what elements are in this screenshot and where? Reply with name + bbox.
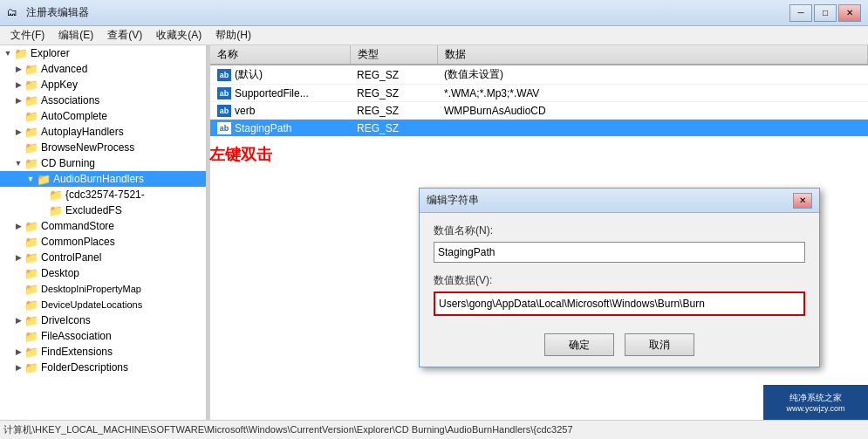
table-row[interactable]: abverb REG_SZ WMPBurnAsAudioCD [210,102,868,120]
menu-file[interactable]: 文件(F) [3,26,51,45]
tree-item-autoplayhandlers[interactable]: ▶ 📁 AutoplayHandlers [0,124,206,140]
expand-icon: ▼ [3,49,12,58]
menu-edit[interactable]: 编辑(E) [51,26,100,45]
expand-placeholder [14,143,23,152]
menu-favorites[interactable]: 收藏夹(A) [149,26,208,45]
menu-view[interactable]: 查看(V) [100,26,149,45]
tree-item-browsenewprocess[interactable]: 📁 BrowseNewProcess [0,140,206,155]
tree-item-advanced[interactable]: ▶ 📁 Advanced [0,61,206,77]
tree-label: {cdc32574-7521- [65,189,145,201]
expand-icon: ▼ [26,175,35,183]
col-header-data: 数据 [437,45,868,65]
menu-help[interactable]: 帮助(H) [208,26,258,45]
tree-item-cdburning[interactable]: ▼ 📁 CD Burning [0,155,206,171]
restore-button[interactable]: □ [814,4,837,22]
tree-item-appkey[interactable]: ▶ 📁 AppKey [0,77,206,93]
expand-placeholder [14,285,23,293]
tree-item-autocomplete[interactable]: 📁 AutoComplete [0,108,206,124]
tree-label: DesktopIniPropertyMap [41,284,141,294]
tree-label: FindExtensions [41,346,113,358]
tree-item-desktopinipropertymap[interactable]: 📁 DesktopIniPropertyMap [0,281,206,297]
tree-item-cdc32574[interactable]: 📁 {cdc32574-7521- [0,187,206,202]
tree-item-associations[interactable]: ▶ 📁 Associations [0,93,206,108]
folder-icon: 📁 [24,126,38,138]
tree-item-fileassociation[interactable]: 📁 FileAssociation [0,328,206,344]
tree-item-folderdescriptions[interactable]: ▶ 📁 FolderDescriptions [0,360,206,375]
dialog-ok-button[interactable]: 确定 [544,333,614,356]
expand-icon: ▶ [14,80,23,89]
tree-item-commandstore[interactable]: ▶ 📁 CommandStore [0,218,206,234]
dialog-cancel-button[interactable]: 取消 [625,333,694,356]
reg-string-icon: ab [217,105,231,117]
watermark: 纯净系统之家 www.ycwjzy.com [763,385,868,420]
menu-bar: 文件(F) 编辑(E) 查看(V) 收藏夹(A) 帮助(H) [0,26,868,45]
expand-placeholder [14,112,23,120]
tree-label: FileAssociation [41,330,112,342]
folder-icon: 📁 [24,63,38,75]
annotation: 左键双击 [210,144,272,165]
expand-icon: ▶ [14,253,23,262]
title-bar: 🗂 注册表编辑器 ─ □ ✕ [0,0,868,26]
folder-icon: 📁 [24,110,38,122]
dialog-name-input[interactable] [434,242,805,263]
tree-item-explorer[interactable]: ▼ 📁 Explorer [0,45,206,61]
folder-icon: 📁 [37,173,51,185]
tree-item-commonplaces[interactable]: 📁 CommonPlaces [0,234,206,250]
folder-icon: 📁 [24,251,38,264]
folder-icon: 📁 [24,94,38,106]
tree-panel: ▼ 📁 Explorer ▶ 📁 Advanced ▶ 📁 AppKey [0,45,207,420]
tree-item-deviceupdatelocations[interactable]: 📁 DeviceUpdateLocations [0,297,206,312]
folder-icon: 📁 [24,283,38,295]
dialog-data-input[interactable] [434,292,805,316]
folder-icon: 📁 [24,330,38,342]
tree-label: FolderDescriptions [41,361,128,374]
tree-item-controlpanel[interactable]: ▶ 📁 ControlPanel [0,250,206,265]
expand-icon: ▼ [14,159,23,168]
folder-icon: 📁 [24,79,38,91]
dialog-close-button[interactable]: ✕ [793,193,812,209]
tree-item-findextensions[interactable]: ▶ 📁 FindExtensions [0,344,206,360]
folder-icon: 📁 [24,236,38,248]
folder-icon: 📁 [24,141,38,154]
tree-label: DriveIcons [41,314,91,326]
tree-item-audioburnhandlers[interactable]: ▼ 📁 AudioBurnHandlers [0,171,206,187]
close-button[interactable]: ✕ [838,4,861,22]
watermark-line2: www.ycwjzy.com [787,404,845,413]
status-bar: 计算机\HKEY_LOCAL_MACHINE\SOFTWARE\Microsof… [0,420,868,439]
dialog-buttons: 确定 取消 [434,333,805,356]
tree-label: AudioBurnHandlers [53,173,144,185]
dialog-body: 数值名称(N): 数值数据(V): 确定 取消 [420,213,819,367]
col-header-name: 名称 [210,45,350,65]
expand-placeholder [38,190,47,199]
table-row[interactable]: abSupportedFile... REG_SZ *.WMA;*.Mp3;*.… [210,85,868,102]
tree-label: Explorer [31,47,70,59]
expand-icon: ▶ [14,127,23,136]
folder-icon: 📁 [49,189,63,201]
window-controls: ─ □ ✕ [789,4,861,22]
tree-label: ControlPanel [41,251,101,264]
table-row[interactable]: ab(默认) REG_SZ (数值未设置) [210,65,868,85]
tree-item-driveicons[interactable]: ▶ 📁 DriveIcons [0,312,206,328]
folder-icon: 📁 [24,220,38,232]
folder-icon: 📁 [24,314,38,326]
tree-label: CD Burning [41,157,95,169]
tree-label: ExcludedFS [65,204,122,216]
expand-icon: ▶ [14,96,23,105]
tree-scroll[interactable]: ▼ 📁 Explorer ▶ 📁 Advanced ▶ 📁 AppKey [0,45,206,420]
tree-item-desktop[interactable]: 📁 Desktop [0,265,206,281]
tree-label: AppKey [41,79,78,91]
folder-icon: 📁 [24,157,38,169]
expand-icon: ▶ [14,347,23,356]
window-title: 注册表编辑器 [26,5,789,20]
minimize-button[interactable]: ─ [789,4,812,22]
expand-placeholder [38,206,47,215]
col-header-type: 类型 [350,45,437,65]
tree-label: AutoplayHandlers [41,126,124,138]
reg-string-icon: ab [217,69,231,81]
tree-label: DeviceUpdateLocations [41,299,142,310]
table-row-selected[interactable]: abStagingPath REG_SZ [210,120,868,137]
tree-label: AutoComplete [41,110,107,122]
dialog-name-label: 数值名称(N): [434,223,805,238]
tree-item-excludedfs[interactable]: 📁 ExcludedFS [0,202,206,218]
folder-icon: 📁 [14,47,28,59]
